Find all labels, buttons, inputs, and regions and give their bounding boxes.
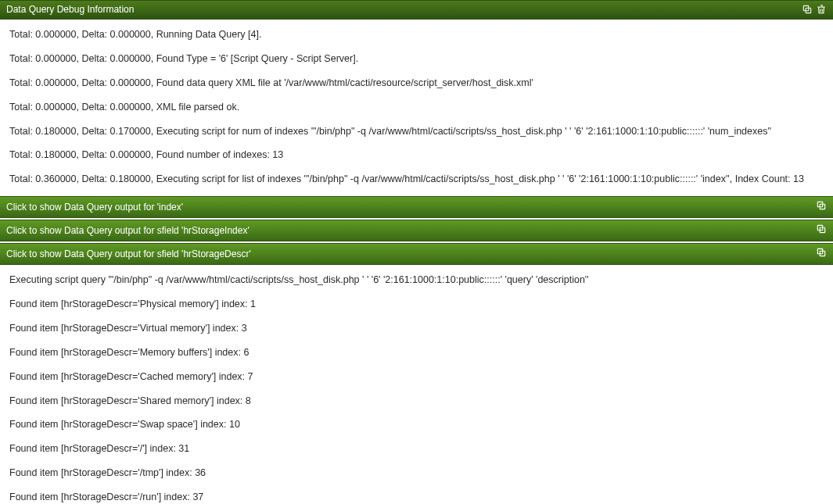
section-log-line: Found item [hrStorageDescr='Memory buffe… (0, 341, 833, 365)
section-header[interactable]: Click to show Data Query output for sfie… (0, 220, 833, 241)
section-log-line: Found item [hrStorageDescr='Swap space']… (0, 413, 833, 437)
log-line: Total: 0.000000, Delta: 0.000000, Found … (0, 47, 833, 71)
log-line: Total: 0.180000, Delta: 0.000000, Found … (0, 143, 833, 167)
section-body: Executing script query '"/bin/php" -q /v… (0, 265, 833, 504)
copy-icon[interactable] (816, 200, 827, 213)
log-line: Total: 0.000000, Delta: 0.000000, Runnin… (0, 23, 833, 47)
section-log-line: Found item [hrStorageDescr='/'] index: 3… (0, 437, 833, 461)
section-title[interactable]: Click to show Data Query output for sfie… (6, 225, 816, 236)
copy-icon[interactable] (816, 223, 827, 237)
section-title[interactable]: Click to show Data Query output for sfie… (6, 248, 816, 259)
debug-header: Data Query Debug Information (0, 0, 833, 20)
log-line: Total: 0.360000, Delta: 0.180000, Execut… (0, 167, 833, 191)
debug-header-title: Data Query Debug Information (6, 4, 802, 15)
section-log-line: Found item [hrStorageDescr='Cached memor… (0, 365, 833, 389)
trash-icon[interactable] (816, 4, 827, 15)
section-log-line: Found item [hrStorageDescr='Physical mem… (0, 292, 833, 316)
debug-log: Total: 0.000000, Delta: 0.000000, Runnin… (0, 20, 833, 195)
section-log-line: Found item [hrStorageDescr='/tmp'] index… (0, 461, 833, 485)
section-header[interactable]: Click to show Data Query output for 'ind… (0, 196, 833, 218)
section-log-line: Found item [hrStorageDescr='/run'] index… (0, 485, 833, 504)
log-line: Total: 0.000000, Delta: 0.000000, Found … (0, 71, 833, 95)
section-log-line: Executing script query '"/bin/php" -q /v… (0, 268, 833, 292)
copy-icon[interactable] (816, 247, 827, 260)
section-title[interactable]: Click to show Data Query output for 'ind… (6, 202, 816, 213)
copy-icon[interactable] (802, 4, 813, 15)
section-log-line: Found item [hrStorageDescr='Shared memor… (0, 389, 833, 413)
section-header[interactable]: Click to show Data Query output for sfie… (0, 243, 833, 265)
log-line: Total: 0.180000, Delta: 0.170000, Execut… (0, 120, 833, 144)
log-line: Total: 0.000000, Delta: 0.000000, XML fi… (0, 95, 833, 120)
section-log-line: Found item [hrStorageDescr='Virtual memo… (0, 316, 833, 341)
